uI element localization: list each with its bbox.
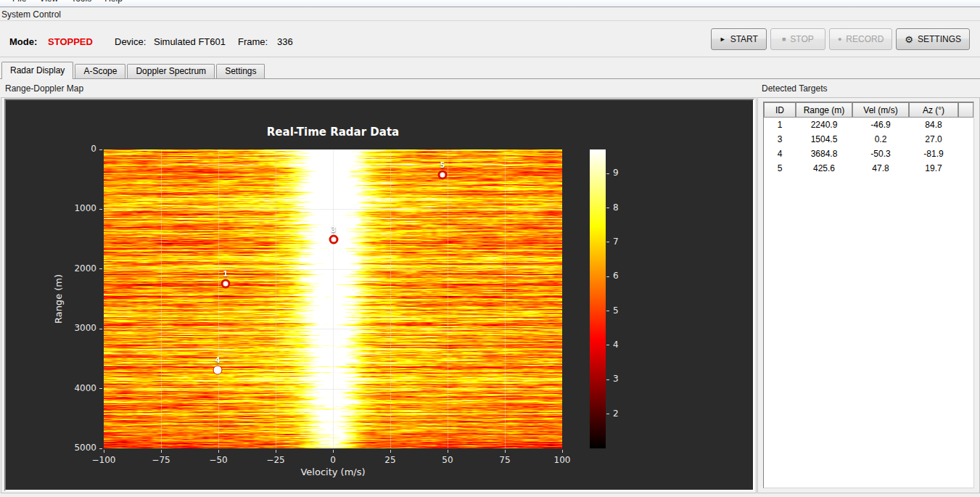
colorbar-tick-label: 2: [613, 408, 635, 419]
system-control-title: System Control: [1, 9, 61, 20]
table-cell[interactable]: 19.7: [909, 161, 958, 176]
colorbar-tick-label: 5: [613, 305, 635, 316]
y-tick-label: 4000: [60, 383, 96, 393]
table-cell[interactable]: -46.9: [852, 118, 909, 132]
tick-mark: [448, 450, 448, 453]
column-header-az[interactable]: Az (°): [909, 102, 958, 118]
table-cell[interactable]: 27.0: [909, 132, 958, 147]
colorbar-tick-label: 3: [613, 374, 635, 384]
table-cell[interactable]: 3684.8: [796, 147, 852, 161]
colorbar-canvas: [590, 149, 606, 448]
tick-mark: [276, 450, 276, 453]
menu-help[interactable]: Help: [98, 0, 129, 7]
tick-mark: [505, 450, 506, 453]
table-header-row: IDRange (m)Vel (m/s)Az (°): [764, 102, 973, 118]
colorbar-tick-label: 9: [613, 168, 635, 178]
range-doppler-map-frame: Real-Time Radar Data Velocity (m/s) Rang…: [1, 97, 757, 493]
table-cell[interactable]: 0.2: [852, 132, 909, 147]
target-marker-4: [213, 365, 223, 374]
target-marker-5: [438, 171, 448, 180]
table-cell-filler: [958, 147, 973, 161]
radar-display-pane: Range-Doppler Map Real-Time Radar Data V…: [0, 78, 980, 497]
record-icon: ●: [838, 36, 841, 43]
table-cell[interactable]: 3: [764, 132, 796, 147]
tick-mark: [218, 450, 219, 453]
colorbar-tick-label: 6: [613, 271, 635, 281]
start-button-label: START: [730, 34, 758, 44]
column-header-filler: [958, 102, 973, 118]
table-row[interactable]: 31504.50.227.0: [764, 132, 973, 147]
y-tick-label: 5000: [60, 443, 96, 453]
table-cell[interactable]: 1504.5: [796, 132, 852, 147]
tab-settings[interactable]: Settings: [216, 64, 265, 78]
tick-mark: [99, 209, 102, 210]
table-cell[interactable]: 2240.9: [796, 118, 852, 132]
tick-mark: [390, 450, 391, 453]
frame-value: 336: [277, 36, 293, 47]
x-tick-label: 25: [368, 455, 412, 465]
column-header-vel-m-s[interactable]: Vel (m/s): [852, 102, 909, 118]
table-row[interactable]: 5425.647.819.7: [764, 161, 973, 176]
target-marker-label: 3: [325, 226, 342, 234]
x-tick-label: 100: [540, 455, 584, 465]
table-cell[interactable]: 5: [764, 161, 796, 176]
tick-mark: [104, 450, 104, 453]
frame-label: Frame:: [238, 36, 268, 47]
table-cell[interactable]: 84.8: [909, 118, 958, 132]
target-marker-3: [329, 234, 338, 244]
tab-radar-display[interactable]: Radar Display: [1, 62, 73, 79]
plot-title: Real-Time Radar Data: [104, 126, 562, 139]
tick-mark: [606, 276, 609, 277]
table-row[interactable]: 43684.8-50.3-81.9: [764, 147, 973, 161]
tick-mark: [161, 450, 162, 453]
tick-mark: [606, 345, 609, 345]
settings-button[interactable]: ⚙SETTINGS: [896, 28, 970, 50]
table-cell[interactable]: 425.6: [796, 161, 852, 176]
target-marker-label: 4: [209, 356, 226, 364]
radar-heatmap-canvas: [104, 149, 562, 448]
range-doppler-map-label: Range-Doppler Map: [5, 83, 83, 94]
tick-mark: [606, 414, 609, 414]
table-cell[interactable]: 1: [764, 118, 796, 132]
x-tick-label: 75: [483, 455, 527, 465]
table-cell[interactable]: -81.9: [909, 147, 958, 161]
tick-mark: [606, 173, 609, 174]
tick-mark: [99, 388, 102, 389]
table-cell[interactable]: 47.8: [852, 161, 909, 176]
tick-mark: [333, 450, 334, 453]
stop-button-label: STOP: [790, 34, 813, 44]
tick-mark: [606, 208, 609, 208]
target-marker-label: 1: [217, 270, 234, 278]
column-header-id[interactable]: ID: [764, 102, 796, 118]
detected-targets-label: Detected Targets: [762, 83, 828, 94]
x-tick-label: 50: [426, 455, 469, 465]
tick-mark: [99, 329, 102, 329]
tab-bar: Radar DisplayA-ScopeDoppler SpectrumSett…: [1, 62, 266, 78]
x-tick-label: −75: [139, 455, 183, 465]
column-header-range-m[interactable]: Range (m): [796, 102, 852, 118]
system-control-group: System Control Mode: STOPPED Device: Sim…: [0, 7, 980, 58]
tick-mark: [606, 242, 609, 242]
tab-doppler-spectrum[interactable]: Doppler Spectrum: [127, 64, 215, 78]
device-label: Device:: [115, 36, 146, 47]
menu-view[interactable]: View: [33, 0, 65, 7]
table-cell[interactable]: -50.3: [852, 147, 909, 161]
record-button: ●RECORD: [829, 28, 892, 50]
stop-button: ■STOP: [770, 28, 825, 50]
x-tick-label: 0: [311, 455, 355, 465]
menu-file[interactable]: File: [6, 0, 33, 7]
table-cell-filler: [958, 118, 973, 132]
menu-tools[interactable]: Tools: [65, 0, 98, 7]
table-cell[interactable]: 4: [764, 147, 796, 161]
tick-mark: [606, 311, 609, 311]
table-row[interactable]: 12240.9-46.984.8: [764, 118, 973, 132]
y-tick-label: 2000: [60, 263, 96, 274]
x-tick-label: −50: [197, 455, 240, 465]
tick-mark: [99, 268, 102, 269]
tab-a-scope[interactable]: A-Scope: [75, 64, 125, 78]
detected-targets-table: IDRange (m)Vel (m/s)Az (°) 12240.9-46.98…: [764, 102, 973, 176]
start-button[interactable]: ►START: [711, 28, 767, 50]
device-value: Simulated FT601: [154, 36, 226, 47]
settings-button-label: SETTINGS: [918, 34, 961, 44]
tick-mark: [99, 149, 102, 150]
